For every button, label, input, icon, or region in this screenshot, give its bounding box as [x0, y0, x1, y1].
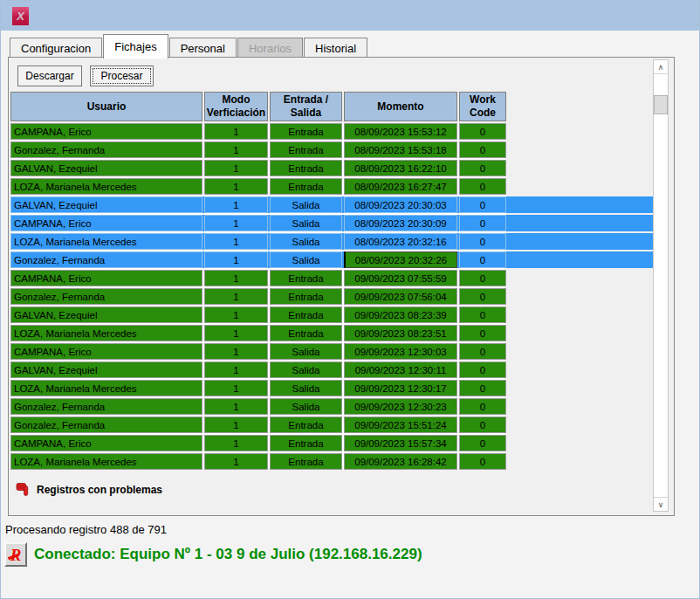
connected-status-text: Conectado: Equipo Nº 1 - 03 9 de Julio (…: [34, 546, 422, 563]
cell-tipo: Entrada: [270, 453, 342, 470]
table-row[interactable]: GALVAN, Ezequiel1Entrada09/09/2023 08:23…: [10, 306, 506, 323]
descargar-button[interactable]: Descargar: [17, 65, 82, 86]
cell-momento: 08/09/2023 15:53:12: [344, 123, 457, 140]
cell-work_code: 0: [459, 141, 506, 158]
table-row[interactable]: CAMPANA, Erico1Salida09/09/2023 12:30:03…: [10, 343, 506, 360]
tab-historial[interactable]: Historial: [304, 38, 367, 59]
cell-momento: 08/09/2023 16:27:47: [344, 178, 457, 195]
cell-work_code: 0: [459, 398, 506, 415]
scroll-up-icon[interactable]: ∧: [654, 60, 668, 74]
cell-momento: 09/09/2023 08:23:39: [344, 306, 457, 323]
table-row[interactable]: LOZA, Marianela Mercedes1Entrada08/09/20…: [10, 178, 506, 195]
cell-momento: 08/09/2023 15:53:18: [344, 141, 457, 158]
cell-usuario: GALVAN, Ezequiel: [10, 361, 202, 378]
cell-tipo: Entrada: [270, 160, 342, 176]
cell-momento: 09/09/2023 16:28:42: [344, 453, 457, 470]
grid-body: CAMPANA, Erico1Entrada08/09/2023 15:53:1…: [10, 123, 506, 470]
table-row[interactable]: CAMPANA, Erico1Entrada09/09/2023 07:55:5…: [10, 270, 506, 286]
cell-work_code: 0: [459, 270, 506, 286]
cell-work_code: 0: [459, 435, 506, 451]
cell-tipo: Salida: [270, 215, 342, 231]
cell-work_code: 0: [459, 196, 506, 213]
cell-tipo: Entrada: [270, 141, 342, 158]
cell-work_code: 0: [459, 361, 506, 378]
cell-usuario: GALVAN, Ezequiel: [10, 306, 202, 323]
column-header[interactable]: Work Code: [459, 92, 506, 121]
cell-work_code: 0: [459, 380, 506, 396]
cell-work_code: 0: [459, 233, 506, 250]
cell-momento: 08/09/2023 16:22:10: [344, 160, 457, 176]
column-header[interactable]: Modo Verficiación: [204, 92, 268, 121]
cell-usuario: CAMPANA, Erico: [10, 123, 202, 140]
cell-tipo: Entrada: [270, 178, 342, 195]
table-row[interactable]: GALVAN, Ezequiel1Salida09/09/2023 12:30:…: [10, 361, 506, 378]
cell-tipo: Entrada: [270, 325, 342, 341]
cell-tipo: Salida: [270, 361, 342, 378]
table-row[interactable]: CAMPANA, Erico1Salida08/09/2023 20:30:09…: [10, 215, 653, 231]
cell-tipo: Entrada: [270, 417, 342, 433]
cell-usuario: CAMPANA, Erico: [10, 435, 202, 451]
table-row[interactable]: LOZA, Marianela Mercedes1Entrada09/09/20…: [10, 453, 506, 470]
cell-modo: 1: [204, 398, 268, 415]
cell-modo: 1: [204, 141, 268, 158]
cell-modo: 1: [204, 123, 268, 140]
cell-work_code: 0: [459, 178, 506, 195]
table-row[interactable]: LOZA, Marianela Mercedes1Entrada09/09/20…: [10, 325, 506, 341]
table-row[interactable]: Gonzalez, Fernanda1Entrada08/09/2023 15:…: [10, 141, 506, 158]
table-row[interactable]: Gonzalez, Fernanda1Salida08/09/2023 20:3…: [10, 251, 653, 268]
cell-momento: 08/09/2023 20:32:16: [344, 233, 457, 250]
column-header[interactable]: Momento: [344, 92, 457, 121]
cell-tipo: Entrada: [270, 288, 342, 305]
cell-tipo: Salida: [270, 233, 342, 250]
cell-work_code: 0: [459, 453, 506, 470]
close-icon[interactable]: X: [12, 7, 29, 25]
problems-label[interactable]: Registros con problemas: [37, 484, 162, 496]
tab-bar: ConfiguracionFichajesPersonalHorariosHis…: [10, 36, 368, 59]
cell-usuario: LOZA, Marianela Mercedes: [10, 178, 202, 195]
cell-momento: 09/09/2023 12:30:17: [344, 380, 457, 396]
cell-work_code: 0: [459, 343, 506, 360]
cell-usuario: Gonzalez, Fernanda: [10, 417, 202, 433]
cell-modo: 1: [204, 251, 268, 268]
tab-fichajes[interactable]: Fichajes: [103, 34, 168, 59]
column-header[interactable]: Entrada / Salida: [270, 92, 342, 121]
cell-momento: 09/09/2023 08:23:51: [344, 325, 457, 341]
cell-modo: 1: [204, 215, 268, 231]
tab-personal[interactable]: Personal: [169, 38, 237, 59]
cell-usuario: LOZA, Marianela Mercedes: [10, 325, 202, 341]
cell-modo: 1: [204, 325, 268, 341]
scroll-down-icon[interactable]: ∨: [654, 497, 668, 511]
cell-usuario: CAMPANA, Erico: [10, 215, 202, 231]
connection-status: R Conectado: Equipo Nº 1 - 03 9 de Julio…: [4, 542, 422, 567]
table-row[interactable]: LOZA, Marianela Mercedes1Salida09/09/202…: [10, 380, 506, 396]
cell-momento: 09/09/2023 12:30:03: [344, 343, 457, 360]
table-row[interactable]: Gonzalez, Fernanda1Entrada09/09/2023 15:…: [10, 417, 506, 433]
table-row[interactable]: Gonzalez, Fernanda1Salida09/09/2023 12:3…: [10, 398, 506, 415]
vertical-scrollbar[interactable]: ∧ ∨: [653, 59, 669, 512]
cell-work_code: 0: [459, 306, 506, 323]
cell-usuario: Gonzalez, Fernanda: [10, 141, 202, 158]
cell-modo: 1: [204, 380, 268, 396]
scrollbar-thumb[interactable]: [654, 95, 668, 114]
table-row[interactable]: Gonzalez, Fernanda1Entrada09/09/2023 07:…: [10, 288, 506, 305]
cell-momento: 08/09/2023 20:30:03: [344, 196, 457, 213]
procesar-button[interactable]: Procesar: [90, 65, 154, 86]
cell-modo: 1: [204, 233, 268, 250]
cell-modo: 1: [204, 288, 268, 305]
cell-tipo: Entrada: [270, 270, 342, 286]
table-row[interactable]: LOZA, Marianela Mercedes1Salida08/09/202…: [10, 233, 653, 250]
cell-modo: 1: [204, 306, 268, 323]
table-row[interactable]: CAMPANA, Erico1Entrada08/09/2023 15:53:1…: [10, 123, 506, 140]
thumbs-down-icon: [16, 482, 31, 497]
device-logo-icon: R: [4, 542, 27, 567]
tab-horarios: Horarios: [237, 38, 303, 59]
table-row[interactable]: GALVAN, Ezequiel1Salida08/09/2023 20:30:…: [10, 196, 653, 213]
tab-configuracion[interactable]: Configuracion: [10, 38, 102, 59]
table-row[interactable]: GALVAN, Ezequiel1Entrada08/09/2023 16:22…: [10, 160, 506, 176]
column-header[interactable]: Usuario: [10, 92, 202, 121]
cell-modo: 1: [204, 196, 268, 213]
table-row[interactable]: CAMPANA, Erico1Entrada09/09/2023 15:57:3…: [10, 435, 506, 451]
cell-momento: 08/09/2023 20:32:26: [344, 251, 457, 268]
cell-momento: 08/09/2023 20:30:09: [344, 215, 457, 231]
cell-usuario: Gonzalez, Fernanda: [10, 251, 202, 268]
